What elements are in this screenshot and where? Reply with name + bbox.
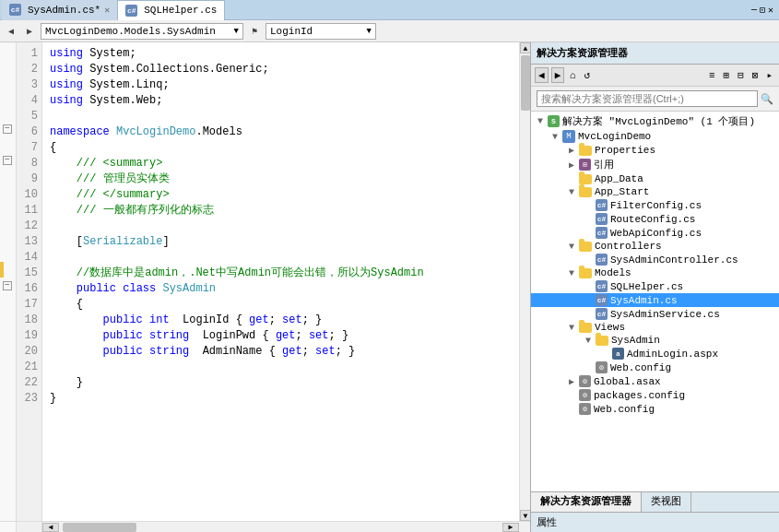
collapse-summary[interactable]: − xyxy=(3,156,12,165)
app-start-label: App_Start xyxy=(595,186,649,197)
solution-search-input[interactable] xyxy=(537,90,758,107)
models-label: Models xyxy=(595,267,631,278)
collapse-class[interactable]: − xyxy=(3,281,12,290)
sqlhelper-icon: c# xyxy=(596,280,608,292)
tree-sysadminservice[interactable]: ▶ c# SysAdminService.cs xyxy=(531,307,779,321)
scroll-down-arrow[interactable]: ▼ xyxy=(520,510,530,521)
tree-project[interactable]: ▼ M MvcLoginDemo xyxy=(531,129,779,144)
margin-11 xyxy=(0,199,16,215)
tree-properties[interactable]: ▶ Properties xyxy=(531,144,779,157)
tab-sqlhelper[interactable]: c# SQLHelper.cs xyxy=(118,0,225,20)
controllers-label: Controllers xyxy=(595,241,662,252)
tree-app-start[interactable]: ▼ App_Start xyxy=(531,185,779,198)
tab-sysadmin-label: SysAdmin.cs* xyxy=(28,5,100,16)
tree-sysadmin-file[interactable]: ▶ c# SysAdmin.cs xyxy=(531,293,779,307)
toolbar-close-window[interactable]: ✕ xyxy=(768,5,773,16)
re-toolbar-filter[interactable]: ⊟ xyxy=(735,68,747,82)
h-scrollbar-thumb[interactable] xyxy=(63,523,136,532)
tree-global-asax[interactable]: ▶ ⚙ Global.asax xyxy=(531,374,779,388)
app-start-toggle[interactable]: ▼ xyxy=(564,187,579,197)
nav-icon-3[interactable]: ⚑ xyxy=(247,24,262,39)
sysadminservice-label: SysAdminService.cs xyxy=(610,309,720,320)
nav-back-icon[interactable]: ◀ xyxy=(4,24,18,39)
margin-12 xyxy=(0,215,16,231)
code-area: − − − xyxy=(0,42,530,532)
tab-class-view[interactable]: 类视图 xyxy=(642,492,691,512)
routeconfig-icon: c# xyxy=(596,213,608,225)
margin-14 xyxy=(0,246,16,262)
tree-webapiconfig[interactable]: ▶ c# WebApiConfig.cs xyxy=(531,226,779,240)
margin-8: − xyxy=(0,152,16,168)
member-breadcrumb[interactable]: LoginId ▼ xyxy=(266,23,376,40)
code-editor[interactable]: using System; using System.Collections.G… xyxy=(42,42,519,521)
app-data-label: App_Data xyxy=(595,173,643,184)
sysadmin-view-label: SysAdmin xyxy=(611,335,660,346)
project-toggle[interactable]: ▼ xyxy=(548,132,562,142)
tree-solution[interactable]: ▼ S 解决方案 "MvcLoginDemo" (1 个项目) xyxy=(531,113,779,129)
tree-sysadmin-view[interactable]: ▼ SysAdmin xyxy=(531,334,779,347)
h-scroll-left[interactable]: ◀ xyxy=(42,523,59,532)
margin-21 xyxy=(0,356,16,372)
re-toolbar-showall[interactable]: ⊞ xyxy=(721,68,733,82)
toolbar-minimize[interactable]: — xyxy=(751,5,757,15)
scrollbar-thumb[interactable] xyxy=(521,55,530,111)
tree-packages-config[interactable]: ▶ ⚙ packages.config xyxy=(531,388,779,402)
re-toolbar-refresh[interactable]: ↺ xyxy=(582,68,594,82)
global-asax-toggle[interactable]: ▶ xyxy=(564,376,579,387)
adminlogin-label: AdminLogin.aspx xyxy=(627,349,718,360)
tree-views[interactable]: ▼ Views xyxy=(531,321,779,334)
tree-adminlogin[interactable]: ▶ a AdminLogin.aspx xyxy=(531,347,779,361)
tab-sysadmin-close[interactable]: ✕ xyxy=(104,5,110,16)
margin-18 xyxy=(0,309,16,325)
margin-7 xyxy=(0,136,16,152)
collapse-namespace[interactable]: − xyxy=(3,124,12,134)
main-layout: − − − xyxy=(0,42,779,532)
ref-toggle[interactable]: ▶ xyxy=(564,160,579,171)
h-scroll-right[interactable]: ▶ xyxy=(502,523,519,532)
tree-app-data[interactable]: ▶ App_Data xyxy=(531,172,779,185)
global-asax-label: Global.asax xyxy=(594,376,661,387)
web-config-views-icon: ⚙ xyxy=(596,361,608,373)
tree-ref[interactable]: ▶ ⊞ 引用 xyxy=(531,157,779,172)
web-config-icon: ⚙ xyxy=(579,403,591,415)
code-scroll[interactable]: − − − xyxy=(0,42,530,521)
member-dropdown-arrow: ▼ xyxy=(367,27,372,36)
nav-forward-icon[interactable]: ▶ xyxy=(22,24,37,39)
tab-solution-explorer[interactable]: 解决方案资源管理器 xyxy=(531,492,642,512)
tree-web-config-views[interactable]: ▶ ⚙ Web.config xyxy=(531,361,779,374)
re-toolbar-back[interactable]: ◀ xyxy=(535,67,549,83)
tree-sqlhelper[interactable]: ▶ c# SQLHelper.cs xyxy=(531,279,779,293)
filterconfig-label: FilterConfig.cs xyxy=(610,200,702,211)
tree-filterconfig[interactable]: ▶ c# FilterConfig.cs xyxy=(531,198,779,212)
solution-tree[interactable]: ▼ S 解决方案 "MvcLoginDemo" (1 个项目) ▼ M MvcL… xyxy=(531,112,779,491)
properties-toggle[interactable]: ▶ xyxy=(564,145,579,156)
solution-toggle[interactable]: ▼ xyxy=(533,116,548,126)
properties-label: 属性 xyxy=(537,515,557,529)
sysadmin-file-icon: c# xyxy=(596,294,608,306)
solution-icon: S xyxy=(548,115,560,127)
bottom-tabs: 解决方案资源管理器 类视图 xyxy=(531,492,779,512)
margin-10 xyxy=(0,183,16,199)
tree-web-config[interactable]: ▶ ⚙ Web.config xyxy=(531,402,779,416)
toolbar-restore[interactable]: ⊡ xyxy=(760,5,765,16)
re-toolbar-home[interactable]: ⌂ xyxy=(567,69,579,82)
tree-models[interactable]: ▼ Models xyxy=(531,266,779,279)
sysadmin-view-toggle[interactable]: ▼ xyxy=(581,336,596,346)
tree-routeconfig[interactable]: ▶ c# RouteConfig.cs xyxy=(531,212,779,226)
scroll-up-arrow[interactable]: ▲ xyxy=(520,42,530,53)
tree-sysadmincontroller[interactable]: ▶ c# SysAdminController.cs xyxy=(531,253,779,266)
re-toolbar-properties[interactable]: ≡ xyxy=(706,69,718,82)
models-toggle[interactable]: ▼ xyxy=(564,268,579,278)
vertical-scrollbar[interactable]: ▲ ▼ xyxy=(519,42,530,521)
controllers-toggle[interactable]: ▼ xyxy=(564,242,579,252)
margin-4 xyxy=(0,89,16,105)
tab-sysadmin[interactable]: c# SysAdmin.cs* ✕ xyxy=(2,0,118,20)
class-breadcrumb[interactable]: MvcLoginDemo.Models.SysAdmin ▼ xyxy=(41,23,243,40)
views-toggle[interactable]: ▼ xyxy=(564,323,579,333)
re-toolbar-more[interactable]: ▸ xyxy=(763,68,775,82)
h-scrollbar[interactable]: ◀ ▶ xyxy=(42,522,519,532)
margin-16: − xyxy=(0,278,16,293)
re-toolbar-forward[interactable]: ▶ xyxy=(551,67,565,83)
tree-controllers[interactable]: ▼ Controllers xyxy=(531,240,779,253)
re-toolbar-collapse[interactable]: ⊠ xyxy=(749,68,761,82)
